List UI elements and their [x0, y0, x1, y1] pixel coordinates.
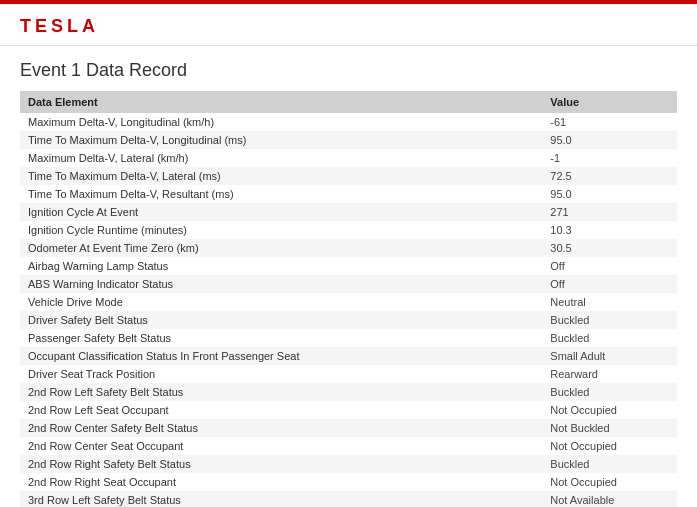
table-row: Odometer At Event Time Zero (km)30.5 — [20, 239, 677, 257]
table-row: 2nd Row Center Safety Belt StatusNot Buc… — [20, 419, 677, 437]
table-row: Airbag Warning Lamp StatusOff — [20, 257, 677, 275]
value-cell: Not Occupied — [542, 437, 677, 455]
table-row: Ignition Cycle At Event271 — [20, 203, 677, 221]
data-element-cell: 3rd Row Left Safety Belt Status — [20, 491, 542, 507]
value-cell: Buckled — [542, 455, 677, 473]
table-row: Maximum Delta-V, Lateral (km/h)-1 — [20, 149, 677, 167]
value-cell: Not Buckled — [542, 419, 677, 437]
table-row: Occupant Classification Status In Front … — [20, 347, 677, 365]
data-element-cell: 2nd Row Center Safety Belt Status — [20, 419, 542, 437]
table-row: Passenger Safety Belt StatusBuckled — [20, 329, 677, 347]
table-row: Vehicle Drive ModeNeutral — [20, 293, 677, 311]
table-row: Ignition Cycle Runtime (minutes)10.3 — [20, 221, 677, 239]
data-element-cell: Occupant Classification Status In Front … — [20, 347, 542, 365]
data-element-cell: Ignition Cycle At Event — [20, 203, 542, 221]
data-table: Data Element Value Maximum Delta-V, Long… — [20, 91, 677, 507]
data-element-cell: Driver Seat Track Position — [20, 365, 542, 383]
table-row: 3rd Row Left Safety Belt StatusNot Avail… — [20, 491, 677, 507]
data-element-cell: 2nd Row Center Seat Occupant — [20, 437, 542, 455]
value-cell: 72.5 — [542, 167, 677, 185]
value-cell: Rearward — [542, 365, 677, 383]
table-row: Maximum Delta-V, Longitudinal (km/h)-61 — [20, 113, 677, 131]
table-row: Time To Maximum Delta-V, Longitudinal (m… — [20, 131, 677, 149]
table-row: 2nd Row Left Safety Belt StatusBuckled — [20, 383, 677, 401]
value-cell: Off — [542, 275, 677, 293]
value-cell: 30.5 — [542, 239, 677, 257]
value-cell: Not Occupied — [542, 473, 677, 491]
value-cell: Off — [542, 257, 677, 275]
data-element-cell: Vehicle Drive Mode — [20, 293, 542, 311]
table-row: 2nd Row Center Seat OccupantNot Occupied — [20, 437, 677, 455]
value-cell: Small Adult — [542, 347, 677, 365]
data-element-cell: Driver Safety Belt Status — [20, 311, 542, 329]
table-row: Time To Maximum Delta-V, Lateral (ms)72.… — [20, 167, 677, 185]
value-cell: -1 — [542, 149, 677, 167]
header: TESLA — [0, 4, 697, 46]
value-cell: Buckled — [542, 383, 677, 401]
data-element-cell: Passenger Safety Belt Status — [20, 329, 542, 347]
data-element-cell: Maximum Delta-V, Lateral (km/h) — [20, 149, 542, 167]
col-header-data-element: Data Element — [20, 91, 542, 113]
data-element-cell: 2nd Row Left Safety Belt Status — [20, 383, 542, 401]
table-row: 2nd Row Left Seat OccupantNot Occupied — [20, 401, 677, 419]
table-row: ABS Warning Indicator StatusOff — [20, 275, 677, 293]
table-container: Data Element Value Maximum Delta-V, Long… — [0, 91, 697, 507]
tesla-logo: TESLA — [20, 16, 677, 37]
data-element-cell: Maximum Delta-V, Longitudinal (km/h) — [20, 113, 542, 131]
data-element-cell: Odometer At Event Time Zero (km) — [20, 239, 542, 257]
data-element-cell: Time To Maximum Delta-V, Resultant (ms) — [20, 185, 542, 203]
table-header-row: Data Element Value — [20, 91, 677, 113]
value-cell: Not Occupied — [542, 401, 677, 419]
value-cell: Buckled — [542, 329, 677, 347]
value-cell: 271 — [542, 203, 677, 221]
data-element-cell: 2nd Row Left Seat Occupant — [20, 401, 542, 419]
value-cell: Not Available — [542, 491, 677, 507]
data-element-cell: 2nd Row Right Seat Occupant — [20, 473, 542, 491]
value-cell: Buckled — [542, 311, 677, 329]
table-row: 2nd Row Right Safety Belt StatusBuckled — [20, 455, 677, 473]
data-element-cell: 2nd Row Right Safety Belt Status — [20, 455, 542, 473]
data-element-cell: ABS Warning Indicator Status — [20, 275, 542, 293]
value-cell: 95.0 — [542, 185, 677, 203]
page-title: Event 1 Data Record — [0, 46, 697, 91]
data-element-cell: Time To Maximum Delta-V, Longitudinal (m… — [20, 131, 542, 149]
data-element-cell: Airbag Warning Lamp Status — [20, 257, 542, 275]
value-cell: Neutral — [542, 293, 677, 311]
value-cell: 95.0 — [542, 131, 677, 149]
col-header-value: Value — [542, 91, 677, 113]
table-row: Time To Maximum Delta-V, Resultant (ms)9… — [20, 185, 677, 203]
value-cell: -61 — [542, 113, 677, 131]
table-row: 2nd Row Right Seat OccupantNot Occupied — [20, 473, 677, 491]
table-row: Driver Safety Belt StatusBuckled — [20, 311, 677, 329]
value-cell: 10.3 — [542, 221, 677, 239]
data-element-cell: Ignition Cycle Runtime (minutes) — [20, 221, 542, 239]
table-row: Driver Seat Track PositionRearward — [20, 365, 677, 383]
data-element-cell: Time To Maximum Delta-V, Lateral (ms) — [20, 167, 542, 185]
